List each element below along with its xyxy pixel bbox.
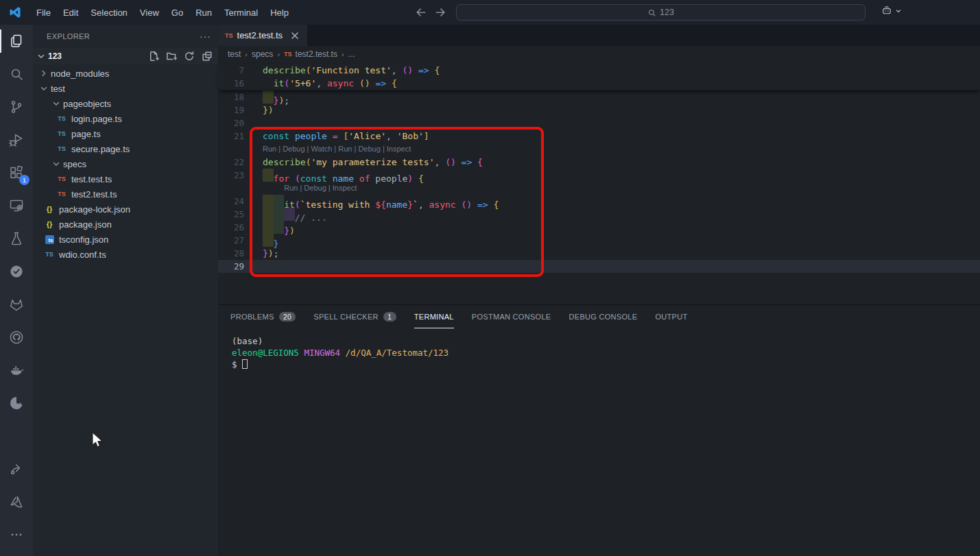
explorer-more-actions[interactable]: ··· [200, 31, 211, 42]
code-line-19[interactable]: 19}) [218, 104, 980, 117]
indent-guide [263, 208, 274, 221]
editor-pane: TS test2.test.ts test›specs›TStest2.test… [218, 25, 980, 556]
breadcrumb-item[interactable]: TStest2.test.ts [284, 49, 337, 59]
code-line-20[interactable]: 20 [218, 117, 980, 130]
folder-node-modules[interactable]: node_modules [33, 66, 218, 81]
activity-pie-tool-icon[interactable] [0, 387, 33, 420]
file-package-lock-json[interactable]: {}package-lock.json [33, 202, 218, 217]
code-line-18[interactable]: 18}); [218, 90, 980, 104]
new-folder-icon[interactable] [166, 51, 177, 62]
command-center-search[interactable]: 123 [456, 4, 865, 21]
vscode-window: FileEditSelectionViewGoRunTerminalHelp 1… [0, 0, 980, 556]
code-editor[interactable]: 7describe('Function test', () => {16 it(… [218, 62, 980, 273]
code-line-26[interactable]: 26}) [218, 221, 980, 234]
file-package-json[interactable]: {}package.json [33, 217, 218, 232]
menu-run[interactable]: Run [189, 5, 218, 21]
activity-run-debug-icon[interactable] [0, 123, 33, 156]
menu-selection[interactable]: Selection [84, 5, 133, 21]
title-bar: FileEditSelectionViewGoRunTerminalHelp 1… [0, 0, 980, 25]
tab-test2-test-ts[interactable]: TS test2.test.ts [218, 25, 307, 46]
tab-strip: TS test2.test.ts [218, 25, 980, 46]
refresh-icon[interactable] [184, 51, 195, 62]
file-login-page-ts[interactable]: TSlogin.page.ts [33, 111, 218, 126]
terminal-cursor [242, 359, 248, 369]
panel-tab-debug-console[interactable]: DEBUG CONSOLE [569, 305, 638, 328]
folder-specs[interactable]: specs [33, 156, 218, 171]
code-line-22[interactable]: 22describe('my parameterize tests', () =… [218, 156, 980, 169]
breadcrumb-item[interactable]: test [228, 49, 241, 59]
code-line-21[interactable]: 21const people = ['Alice', 'Bob'] [218, 130, 980, 143]
workspace-folder-name: 123 [48, 51, 148, 61]
activity-share-icon[interactable] [0, 452, 33, 485]
code-line-29[interactable]: 29 [218, 260, 980, 273]
tree-item-label: secure.page.ts [71, 144, 130, 154]
panel-tab-terminal[interactable]: TERMINAL [414, 305, 454, 328]
indent-guide [263, 221, 274, 234]
collapse-all-icon[interactable] [202, 51, 213, 62]
file-wdio-conf-ts[interactable]: TSwdio.conf.ts [33, 247, 218, 262]
file-test2-test-ts[interactable]: TStest2.test.ts [33, 186, 218, 202]
breadcrumb-item[interactable]: ... [348, 49, 355, 59]
terminal-line: (base) [232, 335, 980, 347]
breadcrumb-separator: › [245, 50, 248, 58]
back-arrow-icon[interactable] [414, 5, 428, 19]
activity-explorer-icon[interactable] [0, 25, 33, 58]
panel-tab-badge: 20 [279, 312, 296, 322]
codelens-actions[interactable]: Run | Debug | Inspect [218, 182, 980, 195]
folder-pageobjects[interactable]: pageobjects [33, 96, 218, 111]
breadcrumb-item[interactable]: specs [252, 49, 273, 59]
breadcrumb[interactable]: test›specs›TStest2.test.ts›... [218, 46, 980, 62]
menu-edit[interactable]: Edit [57, 5, 84, 21]
json-file-icon: {} [44, 204, 55, 215]
menu-go[interactable]: Go [165, 5, 189, 21]
terminal-output[interactable]: (base)eleon@LEGION5 MINGW64 /d/QA_A/Test… [218, 328, 980, 370]
json-file-icon: {} [44, 219, 55, 230]
ts-test-file-icon: TS [56, 189, 67, 200]
chevron-down-icon [51, 98, 62, 109]
forward-arrow-icon[interactable] [433, 5, 447, 19]
explorer-sidebar: EXPLORER ··· 123 node_modulestestpageobj… [33, 25, 218, 556]
activity-search-icon[interactable] [0, 58, 33, 90]
activity-source-control-icon[interactable] [0, 90, 33, 123]
codelens-actions[interactable]: Run | Debug | Watch | Run | Debug | Insp… [218, 143, 980, 156]
explorer-section-header[interactable]: 123 [33, 48, 218, 64]
activity-more-icon[interactable] [0, 518, 33, 551]
code-line-24[interactable]: 24it(`testing with ${name}`, async () =>… [218, 195, 980, 208]
line-number: 20 [218, 117, 254, 130]
activity-gitlab-icon[interactable] [0, 288, 33, 321]
menu-help[interactable]: Help [264, 5, 295, 21]
file-secure-page-ts[interactable]: TSsecure.page.ts [33, 141, 218, 156]
indent-guide [274, 208, 285, 221]
activity-extensions-icon[interactable]: 1 [0, 156, 33, 189]
activity-github-icon[interactable] [0, 321, 33, 354]
code-line-16[interactable]: 16 it('5+6', async () => { [218, 77, 980, 90]
code-line-23[interactable]: 23for (const name of people) { [218, 169, 980, 182]
file-tsconfig-json[interactable]: tstsconfig.json [33, 232, 218, 247]
panel-tab-problems[interactable]: PROBLEMS20 [230, 305, 296, 328]
copilot-menu[interactable] [881, 5, 903, 17]
menu-file[interactable]: File [30, 5, 57, 21]
breadcrumb-separator: › [277, 50, 280, 58]
file-test-test-ts[interactable]: TStest.test.ts [33, 171, 218, 186]
code-line-28[interactable]: 28}); [218, 247, 980, 260]
close-icon[interactable] [289, 30, 300, 41]
terminal-line: $ [232, 359, 980, 370]
menu-terminal[interactable]: Terminal [218, 5, 264, 21]
activity-check-tool-icon[interactable] [0, 255, 33, 288]
activity-testing-icon[interactable] [0, 222, 33, 255]
folder-test[interactable]: test [33, 81, 218, 96]
code-line-27[interactable]: 27} [218, 234, 980, 247]
tree-item-label: node_modules [51, 69, 109, 79]
activity-figma-icon[interactable] [0, 420, 33, 452]
panel-tab-spell-checker[interactable]: SPELL CHECKER1 [313, 305, 396, 328]
activity-docker-icon[interactable] [0, 354, 33, 387]
panel-tab-postman-console[interactable]: POSTMAN CONSOLE [472, 305, 551, 328]
panel-tab-output[interactable]: OUTPUT [655, 305, 687, 328]
activity-azure-icon[interactable] [0, 485, 33, 518]
new-file-icon[interactable] [148, 51, 159, 62]
code-line-7[interactable]: 7describe('Function test', () => { [218, 64, 980, 77]
activity-remote-explorer-icon[interactable] [0, 189, 33, 222]
tree-item-label: page.ts [71, 129, 101, 139]
file-page-ts[interactable]: TSpage.ts [33, 126, 218, 141]
menu-view[interactable]: View [134, 5, 165, 21]
